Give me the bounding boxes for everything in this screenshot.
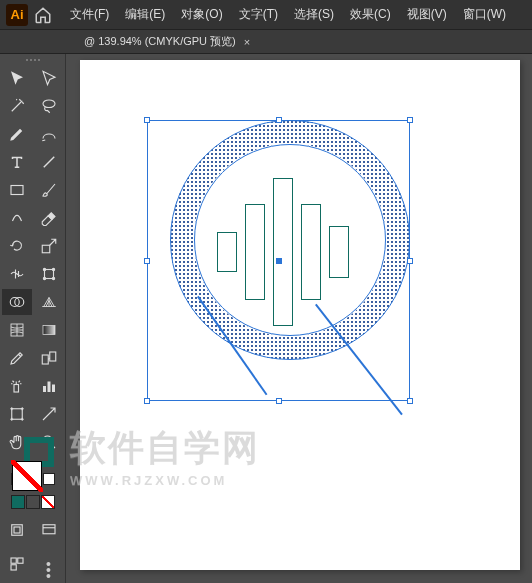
menu-object[interactable]: 对象(O): [173, 2, 230, 27]
gradient-tool[interactable]: [34, 317, 64, 343]
menu-view[interactable]: 视图(V): [399, 2, 455, 27]
svg-rect-2: [42, 245, 50, 253]
rectangle-tool[interactable]: [2, 177, 32, 203]
sel-center: [276, 258, 282, 264]
sel-handle-ne[interactable]: [407, 117, 413, 123]
svg-rect-1: [11, 186, 23, 195]
direct-selection-tool[interactable]: [34, 65, 64, 91]
eyedropper-tool[interactable]: [2, 345, 32, 371]
eraser-tool[interactable]: [34, 205, 64, 231]
toolbar-grip[interactable]: [18, 59, 48, 61]
menu-file[interactable]: 文件(F): [62, 2, 117, 27]
svg-rect-11: [43, 326, 55, 335]
symbol-sprayer-tool[interactable]: [2, 373, 32, 399]
sel-handle-s[interactable]: [276, 398, 282, 404]
svg-rect-12: [42, 355, 48, 364]
slice-tool[interactable]: [34, 401, 64, 427]
document-tab-bar: @ 139.94% (CMYK/GPU 预览) ×: [0, 30, 532, 54]
menu-select[interactable]: 选择(S): [286, 2, 342, 27]
sel-handle-w[interactable]: [144, 258, 150, 264]
svg-rect-15: [43, 386, 46, 392]
document-tab[interactable]: @ 139.94% (CMYK/GPU 预览) ×: [76, 30, 258, 53]
free-transform-tool[interactable]: [34, 261, 64, 287]
svg-rect-14: [14, 385, 19, 393]
app-abbr: Ai: [11, 7, 24, 22]
edit-toolbar-row: •••: [2, 551, 64, 583]
svg-rect-22: [43, 525, 55, 534]
svg-rect-3: [44, 270, 53, 279]
edit-toolbar-icon[interactable]: [2, 551, 32, 577]
app-icon: Ai: [6, 4, 28, 26]
swatch-1[interactable]: [11, 495, 25, 509]
artboard-tool[interactable]: [2, 401, 32, 427]
scale-tool[interactable]: [34, 233, 64, 259]
svg-rect-17: [52, 385, 55, 393]
svg-point-0: [43, 100, 55, 108]
svg-rect-21: [14, 527, 20, 533]
sel-handle-e[interactable]: [407, 258, 413, 264]
sel-handle-se[interactable]: [407, 398, 413, 404]
rotate-tool[interactable]: [2, 233, 32, 259]
perspective-grid-tool[interactable]: [34, 289, 64, 315]
mesh-tool[interactable]: [2, 317, 32, 343]
blend-tool[interactable]: [34, 345, 64, 371]
canvas[interactable]: 软件自学网 WWW.RJZXW.COM: [66, 54, 532, 583]
fill-stroke-control[interactable]: [10, 461, 56, 467]
svg-rect-24: [17, 558, 22, 563]
selection-tool[interactable]: [2, 65, 32, 91]
line-tool[interactable]: [34, 149, 64, 175]
tool-grid: [2, 65, 64, 455]
svg-point-5: [52, 268, 54, 270]
width-tool[interactable]: [2, 261, 32, 287]
svg-rect-18: [11, 409, 22, 420]
magic-wand-tool[interactable]: [2, 93, 32, 119]
svg-point-6: [43, 277, 45, 279]
more-tools-icon[interactable]: •••: [34, 557, 64, 583]
menu-window[interactable]: 窗口(W): [455, 2, 514, 27]
close-tab-icon[interactable]: ×: [244, 36, 250, 48]
screen-mode-row: [2, 517, 64, 543]
none-mode-icon[interactable]: [43, 473, 55, 485]
swatch-3[interactable]: [41, 495, 55, 509]
selection-bounds[interactable]: [147, 120, 410, 401]
svg-point-4: [43, 268, 45, 270]
fill-swatch[interactable]: [12, 461, 42, 491]
svg-rect-23: [11, 558, 16, 563]
document-tab-title: @ 139.94% (CMYK/GPU 预览): [84, 34, 236, 49]
lasso-tool[interactable]: [34, 93, 64, 119]
svg-rect-16: [47, 382, 50, 393]
home-icon[interactable]: [34, 6, 52, 24]
svg-rect-20: [11, 525, 22, 536]
menu-type[interactable]: 文字(T): [231, 2, 286, 27]
menu-effect[interactable]: 效果(C): [342, 2, 399, 27]
swatch-2[interactable]: [26, 495, 40, 509]
paintbrush-tool[interactable]: [34, 177, 64, 203]
top-bar: Ai 文件(F) 编辑(E) 对象(O) 文字(T) 选择(S) 效果(C) 视…: [0, 0, 532, 30]
shape-builder-tool[interactable]: [2, 289, 32, 315]
curvature-tool[interactable]: [34, 121, 64, 147]
sel-handle-n[interactable]: [276, 117, 282, 123]
screen-mode-icon[interactable]: [34, 517, 64, 543]
svg-rect-13: [49, 352, 55, 361]
svg-point-7: [52, 277, 54, 279]
pen-tool[interactable]: [2, 121, 32, 147]
svg-rect-25: [11, 565, 16, 570]
menu-edit[interactable]: 编辑(E): [117, 2, 173, 27]
swatch-row: [11, 495, 55, 509]
artboard: [80, 60, 520, 570]
draw-mode-icon[interactable]: [2, 517, 32, 543]
sel-handle-nw[interactable]: [144, 117, 150, 123]
main-area: •••: [0, 54, 532, 583]
menu-bar: 文件(F) 编辑(E) 对象(O) 文字(T) 选择(S) 效果(C) 视图(V…: [62, 2, 514, 27]
column-graph-tool[interactable]: [34, 373, 64, 399]
toolbar: •••: [0, 54, 66, 583]
type-tool[interactable]: [2, 149, 32, 175]
shaper-tool[interactable]: [2, 205, 32, 231]
sel-handle-sw[interactable]: [144, 398, 150, 404]
